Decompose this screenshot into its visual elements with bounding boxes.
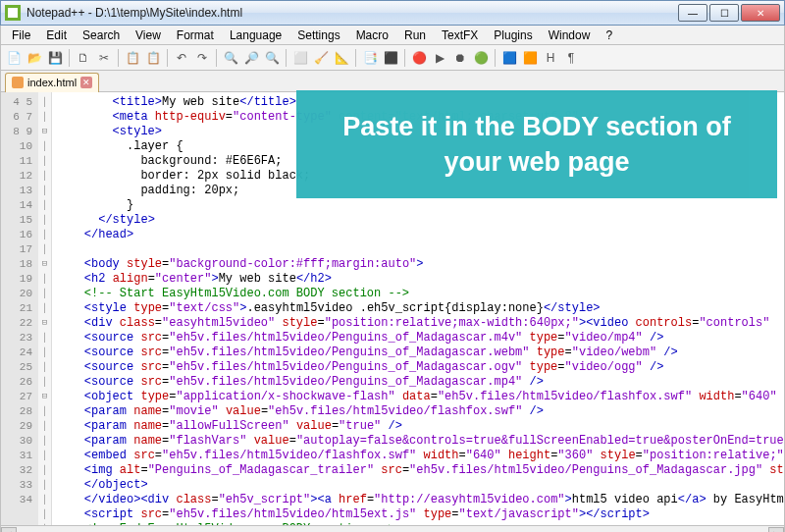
tab-close-icon[interactable]: ✕ bbox=[80, 77, 92, 88]
menu-file[interactable]: File bbox=[5, 27, 37, 43]
instruction-overlay: Paste it in the BODY section of your web… bbox=[296, 90, 777, 198]
menu-edit[interactable]: Edit bbox=[39, 27, 74, 43]
maximize-button[interactable]: ☐ bbox=[709, 4, 739, 22]
fold-column[interactable]: │ │ ⊟ │ │ │ │ │ │ │ │ ⊟ │ │ │ ⊟ │ │ │ │ … bbox=[38, 92, 52, 525]
tool-btn-2[interactable]: 💾 bbox=[46, 49, 64, 67]
tool-btn-8[interactable]: ↷ bbox=[193, 49, 211, 67]
close-button[interactable]: ✕ bbox=[741, 4, 780, 22]
file-icon bbox=[12, 77, 24, 88]
tabbar: index.html ✕ bbox=[0, 71, 785, 92]
tab-index-html[interactable]: index.html ✕ bbox=[5, 73, 99, 92]
menu-window[interactable]: Window bbox=[542, 27, 598, 43]
tool-btn-18[interactable]: ▶ bbox=[431, 49, 448, 67]
menu-macro[interactable]: Macro bbox=[349, 27, 395, 43]
tool-btn-9[interactable]: 🔍 bbox=[222, 49, 239, 67]
toolbar: 📄📂💾🗋✂📋📋↶↷🔍🔎🔍⬜🧹📐📑⬛🔴▶⏺🟢🟦🟧H¶ bbox=[0, 45, 785, 71]
menu-textfx[interactable]: TextFX bbox=[435, 27, 485, 43]
tool-btn-24[interactable]: ¶ bbox=[562, 49, 580, 67]
tool-btn-22[interactable]: 🟧 bbox=[521, 49, 539, 67]
menu-[interactable]: ? bbox=[599, 27, 619, 43]
tool-btn-11[interactable]: 🔍 bbox=[263, 49, 281, 67]
titlebar: Notepad++ - D:\1\temp\MySite\index.html … bbox=[0, 0, 785, 26]
minimize-button[interactable]: — bbox=[678, 4, 707, 22]
scroll-right-icon[interactable]: ► bbox=[768, 527, 784, 533]
tool-btn-15[interactable]: 📑 bbox=[361, 49, 379, 67]
menu-plugins[interactable]: Plugins bbox=[487, 27, 539, 43]
line-number-gutter: 4 5 6 7 8 9 10 11 12 13 14 15 16 17 18 1… bbox=[1, 92, 38, 525]
tool-btn-10[interactable]: 🔎 bbox=[242, 49, 260, 67]
menu-run[interactable]: Run bbox=[397, 27, 433, 43]
tool-btn-16[interactable]: ⬛ bbox=[382, 49, 399, 67]
menu-view[interactable]: View bbox=[129, 27, 168, 43]
tool-btn-23[interactable]: H bbox=[542, 49, 559, 67]
tool-btn-19[interactable]: ⏺ bbox=[451, 49, 469, 67]
tool-btn-17[interactable]: 🔴 bbox=[410, 49, 428, 67]
tool-btn-20[interactable]: 🟢 bbox=[472, 49, 490, 67]
menubar: FileEditSearchViewFormatLanguageSettings… bbox=[0, 26, 785, 45]
menu-settings[interactable]: Settings bbox=[290, 27, 346, 43]
tool-btn-21[interactable]: 🟦 bbox=[500, 49, 518, 67]
scroll-left-icon[interactable]: ◄ bbox=[1, 527, 17, 533]
tool-btn-12[interactable]: ⬜ bbox=[291, 49, 309, 67]
tool-btn-14[interactable]: 📐 bbox=[333, 49, 350, 67]
tool-btn-6[interactable]: 📋 bbox=[144, 49, 162, 67]
tool-btn-13[interactable]: 🧹 bbox=[312, 49, 330, 67]
horizontal-scrollbar[interactable]: ◄ ► bbox=[0, 526, 785, 532]
tool-btn-3[interactable]: 🗋 bbox=[75, 49, 92, 67]
menu-language[interactable]: Language bbox=[223, 27, 288, 43]
window-title: Notepad++ - D:\1\temp\MySite\index.html bbox=[26, 6, 678, 20]
tool-btn-1[interactable]: 📂 bbox=[26, 49, 43, 67]
svg-rect-1 bbox=[8, 8, 18, 18]
tool-btn-0[interactable]: 📄 bbox=[5, 49, 23, 67]
tool-btn-7[interactable]: ↶ bbox=[173, 49, 190, 67]
app-icon bbox=[5, 5, 21, 21]
menu-format[interactable]: Format bbox=[170, 27, 221, 43]
tool-btn-5[interactable]: 📋 bbox=[124, 49, 141, 67]
tool-btn-4[interactable]: ✂ bbox=[95, 49, 113, 67]
tab-label: index.html bbox=[27, 77, 77, 88]
menu-search[interactable]: Search bbox=[76, 27, 127, 43]
